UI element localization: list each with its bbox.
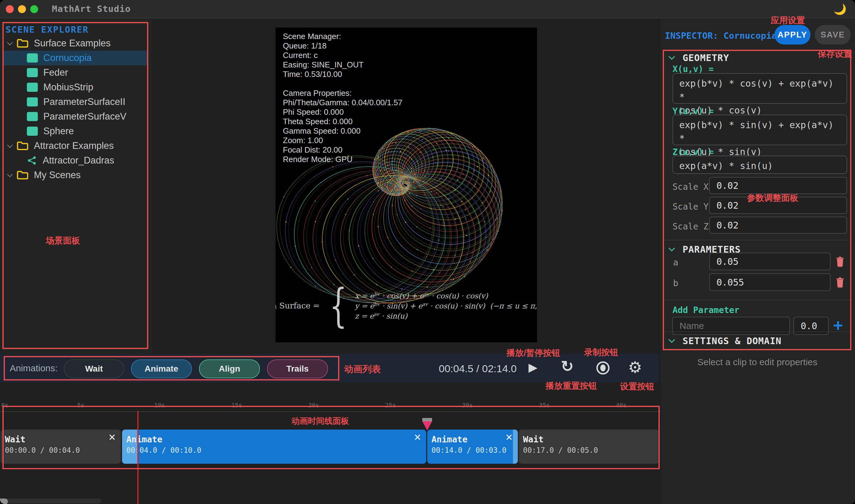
overlay-stat-line: Zoom: 1.00 (283, 136, 403, 145)
clip-icon (27, 68, 38, 77)
clip-properties-hint: Select a clip to edit properties (660, 357, 855, 367)
add-parameter-label: Add Parameter (673, 305, 740, 315)
align-animation-button[interactable]: Align (199, 359, 260, 378)
clip-title: Animate (126, 434, 162, 445)
ruler-tick-label: 25s (385, 401, 396, 409)
clip-resize-handle[interactable] (513, 430, 518, 464)
clip-icon (27, 127, 38, 136)
tree-item-parametersurfacev[interactable]: ParameterSurfaceV (2, 109, 148, 124)
chevron-down-icon (669, 53, 675, 60)
ruler-tick-label: 35s (539, 401, 550, 409)
ruler-tick-label: 15s (231, 401, 242, 409)
chevron-down-icon[interactable] (7, 40, 13, 45)
tree-item-label: Attractor Examples (34, 140, 114, 151)
chevron-down-icon[interactable] (7, 142, 13, 148)
y-expression-input[interactable]: exp(b*v) * sin(v) + exp(a*v) *cos(u) * s… (673, 115, 847, 145)
clip-time-range: 00:00.0 / 00:04.0 (5, 446, 80, 454)
wait-animation-button[interactable]: Wait (64, 359, 124, 378)
param-name-input[interactable]: Name (672, 317, 790, 335)
delete-param-b-button[interactable] (836, 276, 844, 288)
tree-item-attractor-examples[interactable]: Attractor Examples (2, 139, 148, 153)
animate-clip[interactable]: Animate00:14.0 / 00:03.0✕ (427, 430, 518, 464)
minimize-window-button[interactable] (18, 5, 26, 13)
formula-domain: (−π ≤ u ≤ π, 0 ≤ v ≤ 2π) (490, 302, 537, 310)
overlay-stat-line: Time: 0.53/10.00 (283, 70, 403, 79)
render-viewport[interactable]: Scene Manager:Queue: 1/18Current: cEasin… (275, 28, 537, 342)
tree-item-sphere[interactable]: Sphere (2, 124, 148, 139)
tree-item-label: ParameterSurfaceII (43, 96, 125, 107)
overlay-stat-line: Gamma Speed: 0.000 (283, 126, 403, 136)
save-button[interactable]: SAVE (815, 25, 851, 44)
formula-caption: Cornucopia Surface = { x = ebv · cos(v) … (275, 287, 537, 324)
close-icon[interactable]: ✕ (108, 432, 116, 443)
wait-clip[interactable]: Wait00:00.0 / 00:04.0✕ (1, 430, 121, 464)
z-expression-input[interactable]: exp(a*v) * sin(u) (673, 156, 847, 174)
clip-icon (27, 83, 38, 92)
horizontal-scrollbar[interactable] (2, 499, 101, 503)
close-window-button[interactable] (6, 5, 14, 13)
viewport-overlay-stats: Scene Manager:Queue: 1/18Current: cEasin… (283, 32, 403, 164)
param-a-label: a (673, 257, 678, 268)
animate-clip[interactable]: Animate00:04.0 / 00:10.0✕ (122, 430, 426, 464)
animations-label: Animations: (10, 363, 58, 374)
play-pause-button[interactable]: ▶ (529, 361, 537, 374)
settings-domain-section-header[interactable]: SETTINGS & DOMAIN (663, 336, 782, 346)
timeline-marker-icon[interactable] (422, 421, 432, 431)
scale-z-input[interactable]: 0.02 (709, 217, 847, 234)
settings-domain-section-label: SETTINGS & DOMAIN (682, 336, 782, 346)
param-b-label: b (673, 278, 678, 288)
section-divider (664, 331, 850, 332)
tree-item-label: MobiusStrip (43, 82, 93, 93)
add-parameter-button[interactable]: + (833, 317, 843, 333)
formula-brace: { (330, 287, 347, 324)
tree-item-attractor-dadras[interactable]: Attractor_Dadras (2, 153, 148, 168)
param-a-input[interactable]: 0.05 (709, 253, 831, 270)
x-expression-input[interactable]: exp(b*v) * cos(v) + exp(a*v) *cos(u) * c… (673, 73, 847, 104)
overlay-stat-line: Queue: 1/18 (283, 41, 403, 51)
tree-item-surface-examples[interactable]: Surface Examples (2, 36, 148, 51)
geometry-section-header[interactable]: GEOMETRY (663, 53, 729, 63)
close-icon[interactable]: ✕ (414, 432, 422, 443)
scene-tree: Surface Examples Cornucopia Feder Mobius… (2, 36, 148, 182)
x-function-label: X(u,v) = (673, 64, 714, 74)
tree-item-feder[interactable]: Feder (2, 65, 148, 80)
overlay-stat-line: Scene Manager: (283, 32, 403, 41)
scale-y-input[interactable]: 0.02 (709, 197, 847, 214)
tree-item-cornucopia[interactable]: Cornucopia (2, 51, 148, 65)
tree-item-mobiusstrip[interactable]: MobiusStrip (2, 80, 148, 94)
trails-animation-button[interactable]: Trails (267, 359, 328, 378)
ruler-tick-label: 40s (616, 401, 627, 409)
overlay-stat-line (283, 79, 403, 89)
param-value-input[interactable]: 0.0 (794, 317, 829, 335)
zoom-window-button[interactable] (30, 5, 38, 13)
clip-icon (27, 53, 38, 62)
tree-item-my-scenes[interactable]: My Scenes (2, 168, 148, 182)
scale-x-input[interactable]: 0.02 (709, 177, 847, 194)
animate-animation-button[interactable]: Animate (131, 359, 192, 378)
apply-button[interactable]: APPLY (774, 25, 811, 44)
folder-icon (17, 170, 29, 180)
folder-icon (17, 39, 29, 48)
app-window: MathArt Studio 🌙 SCENE EXPLORER Surface … (0, 0, 855, 504)
overlay-stat-line: Current: c (283, 51, 403, 60)
tree-item-parametersurfaceii[interactable]: ParameterSurfaceII (2, 94, 148, 109)
record-button[interactable] (595, 360, 610, 376)
close-icon[interactable]: ✕ (505, 432, 513, 443)
reset-playback-button[interactable]: ↻ (561, 358, 574, 375)
wait-clip[interactable]: Wait00:17.0 / 00:05.0 (519, 430, 659, 464)
overlay-stat-line: Camera Properties: (283, 89, 403, 98)
section-divider (664, 240, 850, 240)
delete-param-a-button[interactable] (836, 256, 844, 267)
settings-button[interactable]: ⚙ (628, 358, 642, 377)
tree-item-label: Surface Examples (34, 38, 111, 49)
ruler-divider (0, 411, 661, 412)
clip-time-range: 00:17.0 / 00:05.0 (523, 446, 598, 454)
chevron-down-icon[interactable] (7, 172, 13, 177)
ruler-tick-label: 0s (1, 401, 8, 409)
param-b-input[interactable]: 0.055 (709, 273, 831, 291)
scrollbar-corner (0, 499, 8, 504)
playhead-line[interactable] (137, 411, 139, 504)
overlay-stat-line: Focal Dist: 20.00 (283, 145, 403, 155)
clip-icon (27, 112, 38, 121)
section-divider (664, 300, 850, 300)
